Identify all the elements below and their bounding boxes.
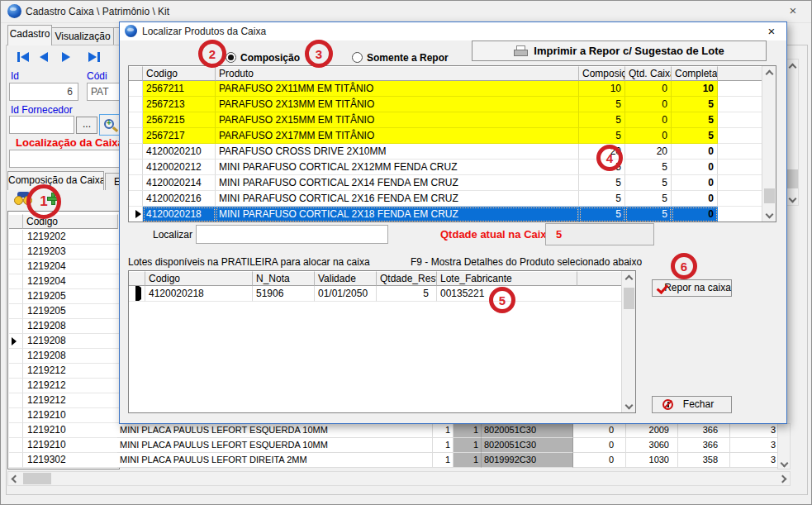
codigo-cell: 1219210: [23, 438, 119, 453]
estoque-row[interactable]: MINI PLACA PAULUS LEFORT ESQUERDA 10MM11…: [117, 438, 777, 453]
produto-cell: MINI PLACA PAULUS LEFORT ESQUERDA 10MM: [117, 438, 433, 453]
produto-row[interactable]: 4120020212MINI PARAFUSO CORTICAL 2X12MM …: [129, 160, 763, 175]
row-marker-cell: [129, 207, 143, 222]
produtos-grid[interactable]: Codigo Produto Composiçã Qtd. Caixa Comp…: [128, 65, 776, 222]
composicao-row[interactable]: 1219210: [9, 423, 119, 438]
composicao-cell: 5: [579, 112, 625, 128]
main-window: Cadastro Caixa \ Patrimônio \ Kit × Cada…: [0, 0, 812, 505]
produto-row[interactable]: 2567215PARAFUSO 2X15MM EM TITÂNIO505: [129, 112, 763, 128]
fornecedor-field[interactable]: [9, 116, 74, 134]
nav-next-button[interactable]: [62, 52, 70, 62]
produto-row[interactable]: 4120020210PARAFUSO CROSS DRIVE 2X10MM202…: [129, 144, 763, 160]
composicao-row[interactable]: 1219302: [9, 453, 119, 468]
codigo-cell: 2567215: [143, 112, 216, 128]
lote-fabricante-column-header[interactable]: Lote_Fabricante: [437, 271, 577, 286]
composicao-row[interactable]: 1219205: [9, 304, 119, 319]
composicao-column-header[interactable]: Composiçã: [579, 66, 625, 81]
codigo-column-header[interactable]: Codigo: [145, 271, 253, 286]
composicao-row[interactable]: 1219204: [9, 274, 119, 289]
produtos-grid-vscrollbar[interactable]: [762, 66, 776, 222]
produto-row[interactable]: 4120020214MINI PARAFUSO CORTICAL 2X14 FE…: [129, 175, 763, 191]
codigo-cell: 4120020210: [143, 144, 216, 160]
produto-row[interactable]: 4120020216MINI PARAFUSO CORTICAL 2X16 FE…: [129, 191, 763, 207]
dialog-close-icon[interactable]: ×: [762, 24, 781, 39]
radio-composicao[interactable]: [226, 52, 236, 63]
lotes-grid[interactable]: Codigo N_Nota Validade Qtdade_Resta... L…: [128, 270, 636, 413]
nav-prev-button[interactable]: [40, 52, 48, 62]
row-marker-cell: [9, 319, 23, 334]
row-marker-cell: [129, 175, 143, 191]
tab-composicao-caixa[interactable]: Composição da Caixa: [7, 171, 104, 190]
composicao-row[interactable]: 1219205: [9, 289, 119, 304]
n3-cell: 3: [730, 438, 777, 453]
grid-horizontal-scrollbar[interactable]: [7, 471, 791, 486]
produto-row[interactable]: 4120020218MINI PARAFUSO CORTICAL 2X18 FE…: [129, 207, 763, 222]
nav-first-button[interactable]: [17, 52, 29, 62]
produto-row[interactable]: 2567211PARAFUSO 2X11MM EM TITÂNIO10010: [129, 81, 763, 97]
estoque-row[interactable]: MINI PLACA PAULUS LEFORT ESQUERDA 10MM11…: [117, 423, 777, 438]
qtd-caixa-column-header[interactable]: Qtd. Caixa: [625, 66, 672, 81]
right-panel-vertical-scrollbar[interactable]: [786, 59, 799, 206]
qtd-cell: 1: [433, 423, 453, 438]
n-nota-column-header[interactable]: N_Nota: [253, 271, 315, 286]
scrollbar-thumb[interactable]: [624, 288, 634, 309]
repor-button-label: Repor na caixa: [664, 282, 731, 293]
scrollbar-thumb[interactable]: [787, 169, 798, 188]
nav-last-button[interactable]: [88, 52, 100, 62]
window-close-icon[interactable]: ×: [783, 3, 803, 20]
radio-somente-a-repor-label[interactable]: Somente a Repor: [367, 52, 449, 64]
composicao-row[interactable]: 1219208: [9, 319, 119, 334]
row-marker-cell: [9, 438, 23, 453]
localizar-input[interactable]: [196, 225, 388, 244]
composicao-row[interactable]: 1219204: [9, 260, 119, 274]
qtd_caixa-cell: 0: [625, 81, 672, 97]
produto-column-header[interactable]: Produto: [216, 66, 579, 81]
tab-visualizacao[interactable]: Visualização: [51, 27, 114, 45]
search-button[interactable]: [99, 114, 121, 136]
composicao-row[interactable]: 1219212: [9, 379, 119, 393]
filler-cell: [718, 160, 763, 175]
filler-cell: [718, 191, 763, 207]
grid-vertical-scrollbar[interactable]: [777, 423, 791, 469]
produto-row[interactable]: 2567213PARAFUSO 2X13MM EM TITÂNIO505: [129, 97, 763, 112]
composicao-row[interactable]: 1219210: [9, 408, 119, 423]
estoque-row[interactable]: MINI PLACA PAULUS LEFORT DIREITA 2MM1180…: [117, 453, 777, 468]
id-field[interactable]: 6: [9, 83, 78, 101]
composicao-row[interactable]: 1219212: [9, 393, 119, 408]
nav-first-icon: [21, 52, 29, 62]
row-marker-cell: [9, 260, 23, 274]
imprimir-button[interactable]: Imprimir a Repor c/ Sugestao de Lote: [472, 40, 767, 61]
composicao-row[interactable]: 1219203: [9, 245, 119, 260]
validade-column-header[interactable]: Validade: [315, 271, 377, 286]
tab-cadastro[interactable]: Cadastro: [7, 25, 52, 45]
composicao-row[interactable]: 1219202: [9, 230, 119, 245]
composicao-row[interactable]: 1219208: [9, 334, 119, 349]
lote-row[interactable]: 4120020218 51906 01/01/2050 5 00135221: [129, 286, 623, 302]
scrollbar-thumb[interactable]: [764, 188, 775, 203]
produto-cell: MINI PLACA PAULUS LEFORT ESQUERDA 10MM: [117, 423, 433, 438]
row-marker-cell: [129, 144, 143, 160]
lotes-grid-vscrollbar[interactable]: [621, 271, 635, 412]
imprimir-button-label: Imprimir a Repor c/ Sugestao de Lote: [534, 45, 724, 57]
completar-column-header[interactable]: Completar: [672, 66, 718, 81]
composicao-row[interactable]: 1219208: [9, 349, 119, 364]
radio-composicao-label[interactable]: Composição: [240, 52, 300, 64]
scrollbar-thumb[interactable]: [23, 473, 51, 484]
tab-visualizacao-label: Visualização: [55, 31, 110, 42]
composicao-row[interactable]: 1219210: [9, 438, 119, 453]
qtdade-restante-column-header[interactable]: Qtdade_Resta...: [377, 271, 437, 286]
localizacao-field[interactable]: [9, 150, 125, 168]
composicao-grid[interactable]: Codigo 121920212192031219204121920412192…: [7, 211, 120, 469]
browse-button[interactable]: ...: [76, 117, 97, 134]
completar-cell: 0: [672, 160, 718, 175]
repor-na-caixa-button[interactable]: Repor na caixa: [652, 279, 732, 297]
qtd_caixa-cell: 5: [625, 175, 672, 191]
completar-cell: 5: [672, 128, 718, 144]
codigo-cell: 1219212: [23, 364, 119, 379]
composicao-row[interactable]: 1219212: [9, 364, 119, 379]
fechar-button[interactable]: Fechar: [652, 396, 732, 413]
codigo-column-header[interactable]: Codigo: [143, 66, 216, 81]
radio-somente-a-repor[interactable]: [352, 52, 363, 63]
lote-codigo-cell: 4120020218: [145, 286, 253, 302]
produto-row[interactable]: 2567217PARAFUSO 2X17MM EM TITÂNIO505: [129, 128, 763, 144]
